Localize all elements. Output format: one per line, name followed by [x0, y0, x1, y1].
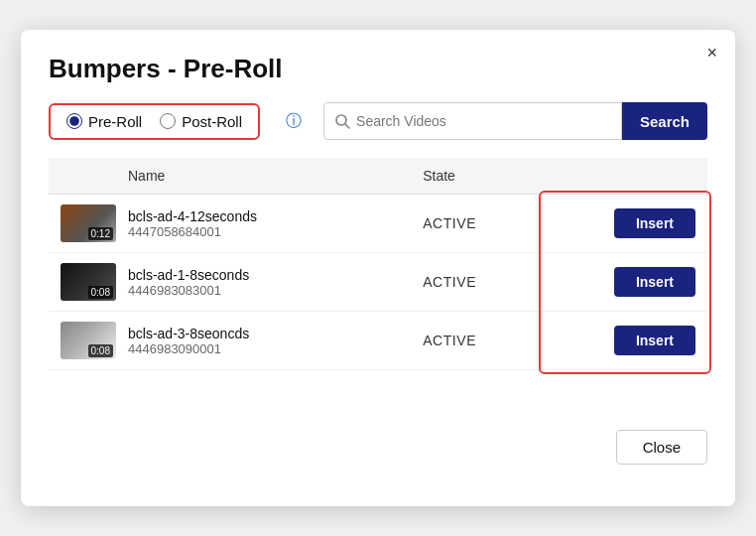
video-name: bcls-ad-3-8seoncds	[128, 326, 249, 341]
pre-roll-radio-label[interactable]: Pre-Roll	[66, 113, 142, 130]
insert-cell: Insert	[543, 195, 707, 253]
search-area: Search	[323, 102, 707, 140]
info-icon[interactable]: ⓘ	[286, 111, 302, 132]
video-duration: 0:08	[88, 344, 113, 357]
video-info: bcls-ad-3-8seoncds 4446983090001	[128, 326, 249, 356]
state-badge: ACTIVE	[423, 274, 476, 290]
table-row: 0:12 bcls-ad-4-12seconds 4447058684001 A…	[49, 195, 707, 253]
action-column-header	[543, 158, 707, 195]
insert-button-1[interactable]: Insert	[614, 267, 695, 297]
svg-line-1	[345, 124, 349, 128]
state-badge: ACTIVE	[423, 215, 476, 231]
search-icon	[334, 113, 350, 129]
name-column-header: Name	[49, 158, 411, 195]
name-cell: 0:08 bcls-ad-3-8seoncds 4446983090001	[49, 312, 411, 370]
post-roll-radio-label[interactable]: Post-Roll	[160, 113, 242, 130]
search-input-wrap	[323, 102, 622, 140]
video-id: 4446983090001	[128, 341, 249, 356]
video-duration: 0:08	[88, 286, 113, 299]
video-name: bcls-ad-1-8seconds	[128, 267, 249, 283]
video-thumbnail: 0:12	[61, 204, 116, 242]
post-roll-radio[interactable]	[160, 113, 176, 129]
video-id: 4447058684001	[128, 224, 257, 239]
search-button[interactable]: Search	[622, 102, 707, 140]
state-cell: ACTIVE	[411, 195, 543, 253]
post-roll-label: Post-Roll	[182, 113, 242, 130]
video-info: bcls-ad-4-12seconds 4447058684001	[128, 208, 257, 239]
insert-cell: Insert	[543, 253, 707, 312]
video-id: 4446983083001	[128, 283, 249, 298]
video-name: bcls-ad-4-12seconds	[128, 208, 257, 224]
video-thumbnail: 0:08	[61, 322, 116, 359]
name-cell: 0:08 bcls-ad-1-8seconds 4446983083001	[49, 253, 411, 312]
insert-cell: Insert	[543, 312, 707, 370]
table-row: 0:08 bcls-ad-1-8seconds 4446983083001 AC…	[49, 253, 707, 312]
insert-button-2[interactable]: Insert	[614, 326, 695, 355]
state-badge: ACTIVE	[423, 333, 476, 348]
search-input[interactable]	[356, 113, 611, 129]
insert-button-0[interactable]: Insert	[614, 208, 695, 238]
modal-title: Bumpers - Pre-Roll	[49, 54, 707, 84]
table-header-row: Name State	[49, 158, 707, 195]
state-cell: ACTIVE	[411, 312, 543, 370]
video-thumbnail: 0:08	[61, 263, 116, 301]
pre-roll-label: Pre-Roll	[88, 113, 142, 130]
toolbar: Pre-Roll Post-Roll ⓘ Search	[49, 102, 707, 140]
modal-container: × Bumpers - Pre-Roll Pre-Roll Post-Roll …	[21, 30, 735, 506]
table-row: 0:08 bcls-ad-3-8seoncds 4446983090001 AC…	[49, 312, 707, 370]
close-x-button[interactable]: ×	[706, 44, 717, 62]
roll-type-radio-group: Pre-Roll Post-Roll	[49, 103, 260, 140]
video-info: bcls-ad-1-8seconds 4446983083001	[128, 267, 249, 298]
pre-roll-radio[interactable]	[66, 113, 82, 129]
state-cell: ACTIVE	[411, 253, 543, 312]
close-button[interactable]: Close	[616, 430, 707, 465]
modal-footer: Close	[49, 430, 707, 465]
video-duration: 0:12	[88, 227, 113, 240]
name-cell: 0:12 bcls-ad-4-12seconds 4447058684001	[49, 195, 411, 253]
state-column-header: State	[411, 158, 543, 195]
videos-table: Name State 0:12 bcls-ad-4-12seconds 4447…	[49, 158, 707, 370]
